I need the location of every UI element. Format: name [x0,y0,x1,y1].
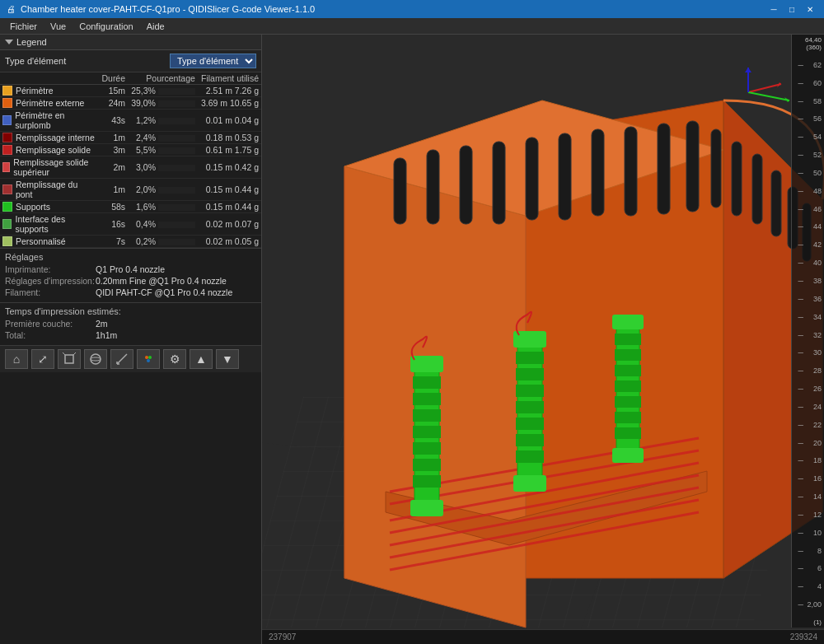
setting-row-0: Imprimante: Q1 Pro 0.4 nozzle [5,264,256,274]
viewport[interactable]: 64,40 (360) 62 60 58 56 54 52 50 48 46 4… [262,35,824,644]
ruler-tick-42: 42 [792,240,824,249]
svg-rect-55 [516,368,544,380]
setting-row-1: Réglages d'impression: 0.20mm Fine @Q1 P… [5,276,256,286]
settings-header: Réglages [5,252,256,262]
time-rows: Première couche: 2m Total: 1h1m [5,319,256,340]
legend-row-percentage-9: 0,2% [128,236,198,248]
menu-configuration[interactable]: Configuration [73,20,139,33]
legend-header[interactable]: Legend [0,35,261,50]
svg-rect-43 [410,500,443,516]
status-right: 239324 [790,632,817,642]
tool-color[interactable] [137,349,160,369]
left-panel: Legend Type d'élément Type d'élément Dur… [0,35,262,644]
window-controls: ─ □ ✕ [766,3,817,15]
legend-row-duration-9: 7s [99,236,128,248]
element-type-row: Type d'élément Type d'élément [0,50,261,72]
menu-vue[interactable]: Vue [44,20,73,33]
time-row-1: Total: 1h1m [5,330,256,340]
legend-row-label-2: Périmètre en surplomb [15,110,96,130]
tool-home[interactable]: ⌂ [5,349,28,369]
element-type-select[interactable]: Type d'élément [170,54,256,68]
svg-rect-25 [394,158,406,224]
legend-row-filament-4: 0.61 m 1.75 g [198,144,261,156]
legend-tbody: Périmètre 15m 25,3% 2.51 m 7.26 g Périmè… [0,85,261,248]
legend-row: Interface des supports 16s 0,4% 0.02 m 0… [0,213,261,236]
ruler-top-label: 64,40 (360) [792,36,824,51]
legend-row: Périmètre en surplomb 43s 1,2% 0.01 m 0.… [0,110,261,132]
legend-row-filament-9: 0.02 m 0.05 g [198,236,261,248]
svg-line-5 [117,354,127,364]
ruler-tick-16: 16 [792,474,824,483]
color-swatch-8 [2,219,12,229]
color-swatch-3 [2,133,12,142]
menu-aide[interactable]: Aide [140,20,171,33]
tool-view-perspective[interactable] [58,349,81,369]
time-value-1: 1h1m [96,330,117,340]
svg-rect-48 [413,442,441,455]
legend-bar-container-3 [158,135,195,142]
tool-slider-down[interactable]: ▼ [216,349,239,369]
legend-row-filament-7: 0.15 m 0.44 g [198,201,261,213]
tool-wireframe[interactable] [84,349,107,369]
legend-row-percentage-5: 3,0% [128,156,198,179]
ruler-tick-26: 26 [792,385,824,393]
minimize-button[interactable]: ─ [766,3,781,15]
legend-row-duration-1: 24m [99,97,128,110]
legend-bar-container-4 [158,147,195,154]
legend-row: Remplissage du pont 1m 2,0% 0.15 m 0.44 … [0,179,261,201]
legend-row: Personnalisé 7s 0,2% 0.02 m 0.05 g [0,236,261,248]
svg-rect-33 [658,124,670,214]
legend-row-label-5: Remplissage solide supérieur [13,157,96,177]
legend-bar-container-8 [158,222,195,228]
legend-row-filament-2: 0.01 m 0.04 g [198,110,261,132]
ruler-tick-20: 20 [792,439,824,447]
tool-zoom-fit[interactable]: ⤢ [31,349,54,369]
legend-row-filament-1: 3.69 m 10.65 g [198,97,261,110]
legend-row-duration-2: 43s [99,110,128,132]
legend-row-percentage-1: 39,0% [128,97,198,110]
maximize-button[interactable]: □ [784,3,799,15]
svg-rect-53 [513,475,546,492]
legend-row-duration-4: 3m [99,144,128,156]
window-title: Chamber heater cover-PAHT-CF-Q1pro - QID… [21,4,315,14]
tool-settings[interactable]: ⚙ [163,349,186,369]
menu-fichier[interactable]: Fichier [3,20,44,33]
svg-rect-56 [516,385,544,397]
ruler-tick-58: 58 [792,97,824,105]
ruler-tick-8: 8 [792,547,824,555]
svg-rect-44 [413,376,441,389]
col-header-filament: Filament utilisé [198,72,261,85]
tool-measure[interactable] [110,349,133,369]
ruler-tick-6: 6 [792,564,824,572]
close-button[interactable]: ✕ [803,3,817,15]
svg-rect-26 [427,150,439,224]
svg-rect-27 [460,146,472,224]
legend-row-duration-0: 15m [99,85,128,97]
ruler-tick-10: 10 [792,529,824,537]
svg-rect-0 [65,355,73,363]
legend-row: Périmètre externe 24m 39,0% 3.69 m 10.65… [0,97,261,110]
svg-rect-38 [771,170,781,236]
ruler-tick-22: 22 [792,421,824,429]
legend-row-label-7: Supports [16,202,50,212]
tool-slider-up[interactable]: ▲ [190,349,213,369]
svg-point-9 [148,356,152,359]
ruler-tick-52: 52 [792,151,824,159]
legend-row-duration-7: 58s [99,201,128,213]
setting-value-1: 0.20mm Fine @Q1 Pro 0.4 nozzle [96,276,227,286]
settings-section: Réglages Imprimante: Q1 Pro 0.4 nozzle R… [0,248,261,302]
settings-rows: Imprimante: Q1 Pro 0.4 nozzle Réglages d… [5,264,256,297]
legend-row-filament-8: 0.02 m 0.07 g [198,213,261,236]
setting-label-2: Filament: [5,287,96,297]
color-swatch-6 [2,184,12,194]
setting-value-0: Q1 Pro 0.4 nozzle [96,264,165,274]
legend-collapse-icon [5,40,13,44]
legend-row-duration-3: 1m [99,132,128,144]
legend-bar-container-9 [158,239,195,245]
svg-line-1 [63,352,65,355]
legend-row-duration-5: 2m [99,156,128,179]
svg-line-71 [748,84,781,92]
color-swatch-7 [2,202,12,212]
ruler-tick-18: 18 [792,456,824,464]
svg-rect-34 [686,121,699,212]
